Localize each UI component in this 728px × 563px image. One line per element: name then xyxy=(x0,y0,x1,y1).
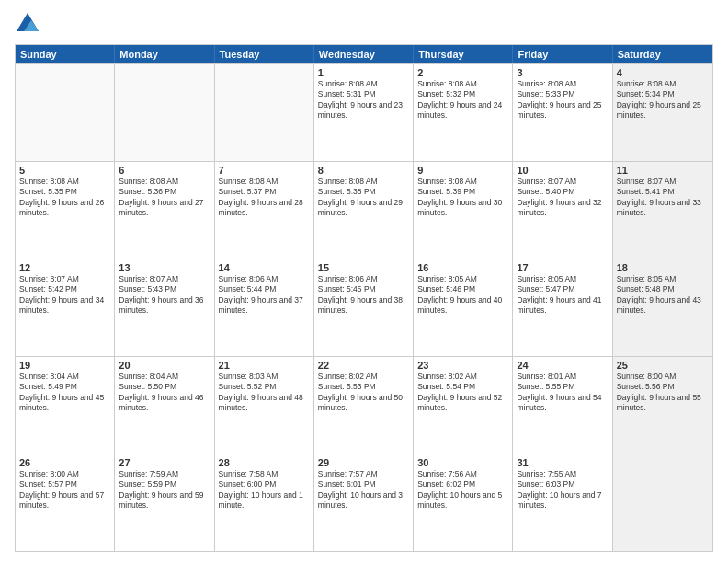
calendar-cell: 15Sunrise: 8:06 AM Sunset: 5:45 PM Dayli… xyxy=(314,259,414,356)
day-info: Sunrise: 7:57 AM Sunset: 6:01 PM Dayligh… xyxy=(318,469,409,511)
day-info: Sunrise: 7:58 AM Sunset: 6:00 PM Dayligh… xyxy=(219,469,310,511)
calendar-week-3: 12Sunrise: 8:07 AM Sunset: 5:42 PM Dayli… xyxy=(16,259,712,356)
day-info: Sunrise: 7:56 AM Sunset: 6:02 PM Dayligh… xyxy=(417,469,508,511)
calendar-cell: 13Sunrise: 8:07 AM Sunset: 5:43 PM Dayli… xyxy=(115,259,214,356)
calendar-header-row: SundayMondayTuesdayWednesdayThursdayFrid… xyxy=(16,45,712,63)
calendar-cell: 4Sunrise: 8:08 AM Sunset: 5:34 PM Daylig… xyxy=(613,64,712,161)
day-number: 7 xyxy=(219,165,310,176)
calendar-cell: 2Sunrise: 8:08 AM Sunset: 5:32 PM Daylig… xyxy=(414,64,513,161)
calendar-cell: 3Sunrise: 8:08 AM Sunset: 5:33 PM Daylig… xyxy=(513,64,612,161)
calendar: SundayMondayTuesdayWednesdayThursdayFrid… xyxy=(15,44,713,552)
calendar-cell: 22Sunrise: 8:02 AM Sunset: 5:53 PM Dayli… xyxy=(314,357,414,454)
calendar-cell: 30Sunrise: 7:56 AM Sunset: 6:02 PM Dayli… xyxy=(414,454,513,551)
day-number: 6 xyxy=(119,165,210,176)
calendar-cell: 14Sunrise: 8:06 AM Sunset: 5:44 PM Dayli… xyxy=(215,259,314,356)
day-number: 23 xyxy=(417,360,508,371)
page: SundayMondayTuesdayWednesdayThursdayFrid… xyxy=(0,0,728,563)
day-info: Sunrise: 8:07 AM Sunset: 5:43 PM Dayligh… xyxy=(119,274,210,316)
day-info: Sunrise: 8:08 AM Sunset: 5:36 PM Dayligh… xyxy=(119,177,210,219)
day-info: Sunrise: 8:08 AM Sunset: 5:32 PM Dayligh… xyxy=(417,79,508,121)
day-info: Sunrise: 8:02 AM Sunset: 5:54 PM Dayligh… xyxy=(417,372,508,414)
day-number: 14 xyxy=(219,262,310,273)
calendar-cell xyxy=(16,64,115,161)
calendar-cell: 25Sunrise: 8:00 AM Sunset: 5:56 PM Dayli… xyxy=(613,357,712,454)
day-info: Sunrise: 8:07 AM Sunset: 5:40 PM Dayligh… xyxy=(517,177,608,219)
day-number: 4 xyxy=(617,67,709,78)
day-info: Sunrise: 8:08 AM Sunset: 5:33 PM Dayligh… xyxy=(517,79,608,121)
day-number: 8 xyxy=(318,165,409,176)
calendar-cell: 23Sunrise: 8:02 AM Sunset: 5:54 PM Dayli… xyxy=(414,357,513,454)
day-number: 12 xyxy=(19,262,110,273)
header xyxy=(15,11,713,37)
calendar-cell: 18Sunrise: 8:05 AM Sunset: 5:48 PM Dayli… xyxy=(613,259,712,356)
day-info: Sunrise: 8:04 AM Sunset: 5:50 PM Dayligh… xyxy=(119,372,210,414)
day-number: 21 xyxy=(219,360,310,371)
day-number: 3 xyxy=(517,67,608,78)
calendar-week-5: 26Sunrise: 8:00 AM Sunset: 5:57 PM Dayli… xyxy=(16,454,712,551)
calendar-cell: 12Sunrise: 8:07 AM Sunset: 5:42 PM Dayli… xyxy=(16,259,115,356)
day-info: Sunrise: 8:06 AM Sunset: 5:44 PM Dayligh… xyxy=(219,274,310,316)
day-number: 22 xyxy=(318,360,409,371)
calendar-cell: 10Sunrise: 8:07 AM Sunset: 5:40 PM Dayli… xyxy=(513,162,612,259)
logo xyxy=(15,11,44,37)
calendar-cell: 31Sunrise: 7:55 AM Sunset: 6:03 PM Dayli… xyxy=(513,454,612,551)
day-info: Sunrise: 8:04 AM Sunset: 5:49 PM Dayligh… xyxy=(19,372,110,414)
calendar-cell: 24Sunrise: 8:01 AM Sunset: 5:55 PM Dayli… xyxy=(513,357,612,454)
day-info: Sunrise: 8:08 AM Sunset: 5:34 PM Dayligh… xyxy=(617,79,709,121)
calendar-cell: 9Sunrise: 8:08 AM Sunset: 5:39 PM Daylig… xyxy=(414,162,513,259)
day-info: Sunrise: 8:00 AM Sunset: 5:57 PM Dayligh… xyxy=(19,469,110,511)
day-info: Sunrise: 8:08 AM Sunset: 5:37 PM Dayligh… xyxy=(219,177,310,219)
day-number: 11 xyxy=(617,165,709,176)
calendar-cell: 26Sunrise: 8:00 AM Sunset: 5:57 PM Dayli… xyxy=(16,454,115,551)
calendar-cell: 21Sunrise: 8:03 AM Sunset: 5:52 PM Dayli… xyxy=(215,357,314,454)
day-number: 18 xyxy=(617,262,709,273)
day-number: 16 xyxy=(417,262,508,273)
calendar-cell: 20Sunrise: 8:04 AM Sunset: 5:50 PM Dayli… xyxy=(115,357,214,454)
day-number: 30 xyxy=(417,457,508,468)
day-header-sunday: Sunday xyxy=(16,45,115,63)
day-number: 20 xyxy=(119,360,210,371)
day-number: 15 xyxy=(318,262,409,273)
day-info: Sunrise: 8:08 AM Sunset: 5:35 PM Dayligh… xyxy=(19,177,110,219)
day-info: Sunrise: 8:08 AM Sunset: 5:31 PM Dayligh… xyxy=(318,79,409,121)
day-number: 13 xyxy=(119,262,210,273)
day-number: 1 xyxy=(318,67,409,78)
day-info: Sunrise: 8:05 AM Sunset: 5:46 PM Dayligh… xyxy=(417,274,508,316)
calendar-cell: 28Sunrise: 7:58 AM Sunset: 6:00 PM Dayli… xyxy=(215,454,314,551)
day-info: Sunrise: 8:00 AM Sunset: 5:56 PM Dayligh… xyxy=(617,372,709,414)
calendar-cell: 1Sunrise: 8:08 AM Sunset: 5:31 PM Daylig… xyxy=(314,64,414,161)
day-info: Sunrise: 8:01 AM Sunset: 5:55 PM Dayligh… xyxy=(517,372,608,414)
day-number: 9 xyxy=(417,165,508,176)
day-header-thursday: Thursday xyxy=(414,45,513,63)
day-number: 2 xyxy=(417,67,508,78)
calendar-cell: 6Sunrise: 8:08 AM Sunset: 5:36 PM Daylig… xyxy=(115,162,214,259)
calendar-cell xyxy=(215,64,314,161)
day-info: Sunrise: 7:55 AM Sunset: 6:03 PM Dayligh… xyxy=(517,469,608,511)
calendar-cell: 27Sunrise: 7:59 AM Sunset: 5:59 PM Dayli… xyxy=(115,454,214,551)
day-header-monday: Monday xyxy=(115,45,214,63)
day-info: Sunrise: 8:03 AM Sunset: 5:52 PM Dayligh… xyxy=(219,372,310,414)
day-header-tuesday: Tuesday xyxy=(215,45,314,63)
calendar-cell: 29Sunrise: 7:57 AM Sunset: 6:01 PM Dayli… xyxy=(314,454,414,551)
day-info: Sunrise: 8:02 AM Sunset: 5:53 PM Dayligh… xyxy=(318,372,409,414)
day-number: 5 xyxy=(19,165,110,176)
day-number: 31 xyxy=(517,457,608,468)
day-number: 25 xyxy=(617,360,709,371)
calendar-cell: 19Sunrise: 8:04 AM Sunset: 5:49 PM Dayli… xyxy=(16,357,115,454)
day-info: Sunrise: 8:06 AM Sunset: 5:45 PM Dayligh… xyxy=(318,274,409,316)
calendar-cell xyxy=(115,64,214,161)
day-info: Sunrise: 8:07 AM Sunset: 5:41 PM Dayligh… xyxy=(617,177,709,219)
day-number: 26 xyxy=(19,457,110,468)
day-number: 10 xyxy=(517,165,608,176)
day-number: 27 xyxy=(119,457,210,468)
day-number: 24 xyxy=(517,360,608,371)
day-info: Sunrise: 8:07 AM Sunset: 5:42 PM Dayligh… xyxy=(19,274,110,316)
calendar-week-4: 19Sunrise: 8:04 AM Sunset: 5:49 PM Dayli… xyxy=(16,356,712,454)
calendar-cell: 8Sunrise: 8:08 AM Sunset: 5:38 PM Daylig… xyxy=(314,162,414,259)
calendar-cell: 5Sunrise: 8:08 AM Sunset: 5:35 PM Daylig… xyxy=(16,162,115,259)
calendar-cell: 11Sunrise: 8:07 AM Sunset: 5:41 PM Dayli… xyxy=(613,162,712,259)
day-info: Sunrise: 7:59 AM Sunset: 5:59 PM Dayligh… xyxy=(119,469,210,511)
calendar-cell xyxy=(613,454,712,551)
day-info: Sunrise: 8:08 AM Sunset: 5:38 PM Dayligh… xyxy=(318,177,409,219)
calendar-cell: 7Sunrise: 8:08 AM Sunset: 5:37 PM Daylig… xyxy=(215,162,314,259)
